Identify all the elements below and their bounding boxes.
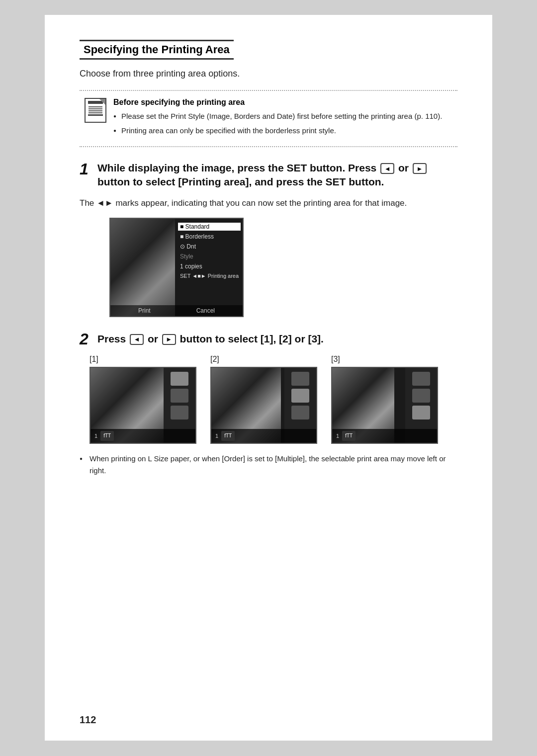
cancel-btn: Cancel	[196, 307, 215, 314]
camera-screen-step1: ■ Standard ■ Borderless ⊙ Dnt Style 1 co…	[109, 218, 244, 317]
copies-bar-1: fTT	[100, 431, 114, 441]
thumb-image-2: 1 fTT	[210, 367, 317, 444]
step-1: 1 While displaying the image, press the …	[80, 161, 457, 317]
thumb-col-2: [2] 1 fTT	[210, 355, 317, 444]
step2-right-btn: ►	[162, 334, 176, 345]
sidebar-btn-1	[171, 372, 188, 386]
step2-number: 2	[80, 331, 93, 347]
thumbnails-row: [1] 1 fTT	[90, 355, 457, 444]
sidebar2-btn-3	[291, 406, 309, 420]
camera-photo	[110, 219, 175, 316]
step2-left-btn: ◄	[130, 334, 144, 345]
page-number: 112	[80, 714, 96, 726]
page: Specifying the Printing Area Choose from…	[45, 15, 492, 741]
menu-item-style: Style	[178, 252, 241, 260]
sidebar3-btn-2	[412, 389, 430, 403]
left-button-icon: ◄	[380, 163, 394, 174]
menu-item-borderless: ■ Borderless	[178, 233, 241, 241]
thumb-label-1: [1]	[90, 355, 98, 364]
note-content: Before specifying the printing area Plea…	[113, 98, 449, 139]
thumb-bottom-2: 1 fTT	[211, 429, 316, 443]
step-2: 2 Press ◄ or ► button to select [1], [2]…	[80, 331, 457, 477]
camera-menu: ■ Standard ■ Borderless ⊙ Dnt Style 1 co…	[175, 219, 244, 316]
sidebar-btn-2	[171, 389, 188, 403]
intro-text: Choose from three printing area options.	[80, 69, 457, 79]
sidebar3-btn-3	[412, 406, 430, 420]
thumb-image-1: 1 fTT	[90, 367, 196, 444]
menu-item-printing-area: SET ◄■► Printing area	[178, 272, 241, 279]
note-item-1: Please set the Print Style (Image, Borde…	[113, 111, 449, 122]
page-title: Specifying the Printing Area	[80, 40, 234, 60]
sidebar-btn-3	[171, 406, 188, 420]
sidebar2-btn-1	[291, 372, 309, 386]
menu-item-dnt: ⊙ Dnt	[178, 243, 241, 251]
thumb-label-3: [3]	[331, 355, 340, 364]
copies-bar-3: fTT	[342, 431, 356, 441]
step2-text: Press ◄ or ► button to select [1], [2] o…	[97, 332, 324, 346]
note-box: Before specifying the printing area Plea…	[80, 90, 457, 147]
thumb-bottom-1: 1 fTT	[90, 429, 195, 443]
arrow-mark: ◄►	[96, 198, 115, 208]
note-title: Before specifying the printing area	[113, 98, 449, 107]
copies-bar-2: fTT	[221, 431, 235, 441]
menu-item-standard: ■ Standard	[178, 223, 241, 231]
thumb-label-2: [2]	[210, 355, 219, 364]
note-icon	[85, 98, 106, 123]
step2-bullet-note: When printing on L Size paper, or when […	[80, 453, 457, 477]
thumb-col-3: [3] 1 fTT	[331, 355, 438, 444]
step1-header: 1 While displaying the image, press the …	[80, 161, 457, 189]
thumb-col-1: [1] 1 fTT	[90, 355, 196, 444]
right-button-icon: ►	[413, 163, 427, 174]
step1-desc: The ◄► marks appear, indicating that you…	[80, 196, 457, 210]
thumb-bottom-3: 1 fTT	[332, 429, 437, 443]
sidebar2-btn-2	[291, 389, 309, 403]
step2-header: 2 Press ◄ or ► button to select [1], [2]…	[80, 331, 457, 347]
camera-bottom-bar: Print Cancel	[110, 305, 243, 316]
note-list: Please set the Print Style (Image, Borde…	[113, 111, 449, 136]
menu-item-copies: 1 copies	[178, 262, 241, 270]
sidebar3-btn-1	[412, 372, 430, 386]
step1-text: While displaying the image, press the SE…	[97, 161, 457, 189]
thumb-image-3: 1 fTT	[331, 367, 438, 444]
note-item-2: Printing area can only be specified with…	[113, 125, 449, 137]
print-btn: Print	[138, 307, 151, 314]
step1-number: 1	[80, 161, 93, 177]
